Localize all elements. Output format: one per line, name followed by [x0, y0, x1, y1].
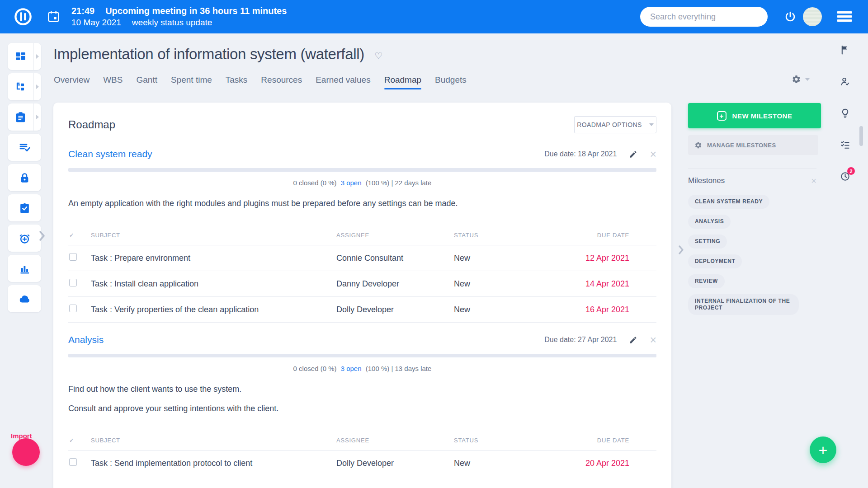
row-checkbox[interactable] [69, 253, 77, 261]
milestone-task-table: ✓ SUBJECT ASSIGNEE STATUS DUE DATE Task … [68, 225, 656, 323]
task-subject[interactable]: Task : Install clean application [91, 279, 336, 289]
sidebar-item-project-tree[interactable] [8, 73, 41, 100]
logout-power-icon[interactable] [784, 10, 797, 23]
row-checkbox[interactable] [69, 458, 77, 466]
milestone-link[interactable]: Clean system ready [68, 149, 152, 160]
roadmap-options-button[interactable]: ROADMAP OPTIONS [574, 116, 656, 133]
clock-time: 21:49 [71, 5, 94, 17]
search-input[interactable] [640, 7, 768, 27]
milestone-chip[interactable]: ANALYSIS [688, 215, 731, 229]
edit-pencil-icon[interactable] [629, 150, 637, 159]
import-fab-button[interactable] [12, 438, 40, 466]
main-content: Implementation of information system (wa… [53, 33, 671, 488]
row-checkbox[interactable] [69, 279, 77, 286]
tab-wbs[interactable]: WBS [103, 75, 123, 85]
open-tasks-link[interactable]: 3 open [341, 365, 362, 372]
column-header-subject: SUBJECT [91, 437, 336, 444]
chevron-right-icon[interactable] [33, 43, 41, 70]
panel-collapse-chevron-icon[interactable] [678, 245, 684, 255]
column-header-check: ✓ [68, 437, 91, 444]
lock-icon [8, 172, 41, 184]
task-subject[interactable]: Task : Prepare environment [91, 253, 336, 263]
sidebar-item-time-tracking[interactable] [8, 225, 41, 252]
milestone-task-table: ✓ SUBJECT ASSIGNEE STATUS DUE DATE Task … [68, 431, 656, 476]
milestone-chip[interactable]: SETTING [688, 235, 727, 249]
milestone-stats: 0 closed (0 %) 3 open (100 %) | 22 days … [68, 179, 656, 187]
tab-overview[interactable]: Overview [54, 75, 90, 85]
tab-budgets[interactable]: Budgets [435, 75, 467, 85]
new-milestone-button[interactable]: + NEW MILESTONE [688, 103, 821, 128]
tab-tasks[interactable]: Tasks [226, 75, 248, 85]
sidebar-item-approvals[interactable] [8, 194, 41, 221]
close-icon[interactable]: × [811, 176, 816, 185]
task-status: New [454, 279, 535, 289]
milestone-stats: 0 closed (0 %) 3 open (100 %) | 13 days … [68, 365, 656, 372]
clipboard-icon [8, 111, 33, 123]
task-due-date: 12 Apr 2021 [535, 253, 656, 263]
edit-pencil-icon[interactable] [629, 336, 637, 344]
checklist-icon[interactable] [840, 140, 851, 150]
sidebar-expand-chevron-icon[interactable] [39, 230, 45, 241]
calendar-icon[interactable] [47, 9, 61, 23]
sidebar-item-task-list[interactable] [8, 134, 41, 161]
task-subject[interactable]: Task : Verify properties of the clean ap… [91, 305, 336, 314]
milestone-link[interactable]: Analysis [68, 334, 104, 345]
row-checkbox[interactable] [69, 305, 77, 312]
manage-milestones-button[interactable]: MANAGE MILESTONES [688, 135, 818, 155]
column-header-subject: SUBJECT [91, 232, 336, 239]
sidebar-item-tasks[interactable] [8, 103, 41, 131]
chevron-down-icon [805, 78, 810, 81]
person-check-icon[interactable] [840, 76, 851, 87]
flag-icon[interactable] [840, 45, 851, 55]
divider [688, 169, 816, 169]
tab-resources[interactable]: Resources [261, 75, 302, 85]
tab-earned-values[interactable]: Earned values [316, 75, 370, 85]
open-tasks-link[interactable]: 3 open [341, 179, 362, 187]
clock-icon[interactable]: 2 [840, 171, 851, 182]
milestone-due-date: Due date: 18 Apr 2021 [544, 150, 617, 158]
task-due-date: 14 Apr 2021 [535, 279, 656, 289]
milestone-chip[interactable]: CLEAN SYSTEM READY [688, 195, 769, 209]
clipboard-check-icon [8, 202, 41, 214]
sidebar-item-cloud[interactable] [8, 285, 41, 312]
project-tabs: Overview WBS Gantt Spent time Tasks Reso… [54, 75, 467, 85]
milestones-panel-title: Milestones [688, 176, 725, 185]
right-icon-rail: 2 [840, 45, 851, 203]
tab-gantt[interactable]: Gantt [136, 75, 157, 85]
chevron-right-icon[interactable] [33, 103, 41, 131]
close-icon[interactable]: × [650, 150, 656, 159]
task-assignee: Danny Developer [336, 279, 454, 289]
sidebar-item-security[interactable] [8, 164, 41, 191]
app-logo-icon[interactable] [14, 7, 33, 26]
tab-roadmap[interactable]: Roadmap [384, 75, 421, 85]
scrollbar-thumb[interactable] [859, 126, 863, 146]
lightbulb-icon[interactable] [840, 108, 851, 118]
milestone-chip[interactable]: DEPLOYMENT [688, 254, 742, 268]
tab-spent-time[interactable]: Spent time [171, 75, 212, 85]
close-icon[interactable]: × [650, 335, 656, 344]
table-header-row: ✓ SUBJECT ASSIGNEE STATUS DUE DATE [68, 431, 656, 450]
milestone-section: Clean system ready Due date: 18 Apr 2021… [68, 149, 656, 323]
current-date: 10 May 2021 [71, 17, 121, 28]
user-avatar[interactable] [803, 7, 822, 26]
menu-hamburger-icon[interactable] [837, 11, 852, 23]
roadmap-heading: Roadmap [68, 118, 115, 131]
gear-icon [792, 75, 801, 84]
meeting-notice[interactable]: 21:49 Upcoming meeting in 36 hours 11 mi… [71, 5, 287, 28]
page-title: Implementation of information system (wa… [53, 46, 364, 63]
roadmap-card: Roadmap ROADMAP OPTIONS Clean system rea… [53, 103, 671, 488]
favorite-heart-icon[interactable]: ♡ [374, 50, 382, 61]
gear-icon [694, 141, 702, 149]
add-fab-button[interactable]: + [810, 436, 836, 463]
page-settings-gear[interactable] [792, 75, 810, 84]
sidebar [8, 43, 41, 315]
sidebar-item-dashboard[interactable] [8, 43, 41, 70]
column-header-check: ✓ [68, 232, 91, 239]
column-header-status: STATUS [454, 232, 535, 239]
chevron-right-icon[interactable] [33, 73, 41, 100]
milestone-chip[interactable]: REVIEW [688, 274, 725, 288]
sidebar-item-reports[interactable] [8, 255, 41, 282]
task-subject[interactable]: Task : Send implementation protocol to c… [91, 459, 336, 468]
milestone-chip[interactable]: INTERNAL FINALIZATION OF THE PROJECT [688, 294, 799, 315]
milestone-chip-list: CLEAN SYSTEM READY ANALYSIS SETTING DEPL… [688, 195, 821, 315]
